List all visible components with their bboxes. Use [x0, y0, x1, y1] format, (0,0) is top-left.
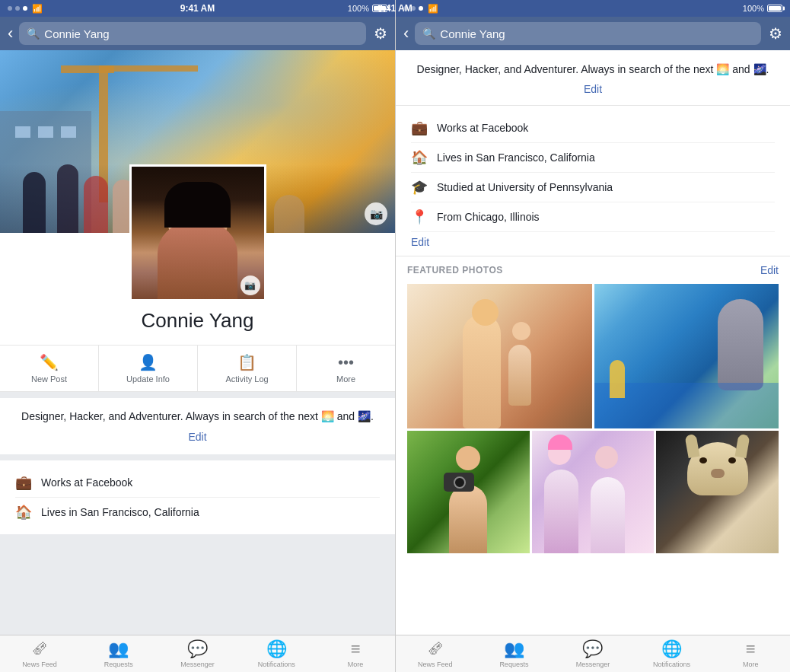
pink-hair: [548, 435, 572, 450]
photo-animal-bg: [656, 431, 779, 553]
more-actions-icon: •••: [338, 354, 354, 371]
new-post-icon: ✏️: [40, 353, 59, 371]
featured-edit-link[interactable]: Edit: [760, 264, 779, 276]
featured-photo-1[interactable]: [407, 284, 592, 428]
person-boat: [610, 360, 625, 398]
settings-icon-left[interactable]: ⚙: [374, 24, 387, 43]
requests-label-left: Requests: [104, 661, 133, 668]
signal-dot-1: [8, 6, 12, 11]
new-post-label: New Post: [31, 374, 67, 384]
featured-photo-2[interactable]: [594, 284, 779, 428]
from-text-right: From Chicago, Illinois: [437, 211, 540, 223]
crowd-right-2: [274, 195, 304, 233]
news-feed-label-left: News Feed: [22, 661, 57, 668]
tab-more-right[interactable]: ≡ More: [711, 635, 790, 672]
cover-camera-button[interactable]: 📷: [365, 202, 387, 225]
bio-edit-link-left[interactable]: Edit: [15, 431, 380, 443]
tab-bar-left: 🗞 News Feed 👥 Requests 💬 Messenger 🌐 Not…: [0, 635, 395, 672]
photo-ocean-bg: [594, 284, 779, 428]
work-text-right: Works at Facebook: [437, 122, 528, 134]
wifi-icon-right: 📶: [428, 4, 438, 14]
girl-1: [544, 470, 578, 553]
tab-notifications-left[interactable]: 🌐 Notifications: [237, 635, 316, 672]
bio-edit-link-right[interactable]: Edit: [411, 81, 775, 97]
tab-messenger-left[interactable]: 💬 Messenger: [158, 635, 237, 672]
info-work-left: 💼 Works at Facebook: [15, 468, 380, 498]
more-label-left: More: [348, 661, 364, 668]
news-feed-icon-left: 🗞: [31, 639, 48, 659]
battery-icon-right: [767, 5, 782, 12]
update-info-button[interactable]: 👤 Update Info: [99, 346, 198, 391]
status-left: 📶: [8, 4, 43, 14]
featured-photo-4[interactable]: [532, 431, 655, 553]
studied-text-right: Studied at University of Pennsylvania: [437, 181, 613, 193]
tab-requests-left[interactable]: 👥 Requests: [79, 635, 158, 672]
more-actions-button[interactable]: ••• More: [297, 346, 395, 391]
featured-photo-3[interactable]: [407, 431, 530, 553]
photo-camera-bg: [407, 431, 530, 553]
info-section-right: 💼 Works at Facebook 🏠 Lives in San Franc…: [396, 106, 790, 256]
notifications-label-left: Notifications: [258, 661, 295, 668]
more-actions-label: More: [336, 374, 355, 384]
activity-log-button[interactable]: 📋 Activity Log: [198, 346, 297, 391]
info-from-right: 📍 From Chicago, Illinois: [411, 202, 775, 232]
featured-title: FEATURED PHOTOS: [407, 265, 503, 275]
requests-icon-left: 👥: [108, 639, 129, 659]
eye-right: [728, 457, 736, 463]
search-icon-left: 🔍: [27, 27, 40, 40]
education-icon-right: 🎓: [411, 179, 428, 196]
back-button-left[interactable]: ‹: [8, 24, 13, 43]
back-button-right[interactable]: ‹: [403, 24, 409, 43]
status-time-left: 9:41 AM: [180, 3, 215, 14]
horn-right: [734, 434, 750, 458]
man-head: [472, 299, 499, 326]
right-scroll[interactable]: Designer, Hacker, and Adventurer. Always…: [396, 50, 790, 635]
person-man: [463, 314, 501, 428]
messenger-label-left: Messenger: [180, 661, 215, 668]
tab-notifications-right[interactable]: 🌐 Notifications: [632, 635, 712, 672]
camera-lens: [454, 476, 466, 489]
news-feed-label-right: News Feed: [418, 661, 453, 668]
location-icon-right: 📍: [411, 209, 428, 225]
tab-news-feed-left[interactable]: 🗞 News Feed: [0, 635, 79, 672]
window-3: [61, 126, 76, 138]
photo-family-bg: [407, 284, 592, 428]
info-edit-link-right[interactable]: Edit: [411, 236, 775, 248]
new-post-button[interactable]: ✏️ New Post: [0, 346, 99, 391]
search-bar-left[interactable]: 🔍 Connie Yang: [19, 22, 366, 45]
more-label-right: More: [743, 661, 759, 668]
tab-requests-right[interactable]: 👥 Requests: [475, 635, 554, 672]
search-icon-right: 🔍: [422, 27, 435, 40]
bio-section-left: Designer, Hacker, and Adventurer. Always…: [0, 398, 395, 454]
window-2: [38, 126, 53, 138]
status-time-right: 9:41 AM: [395, 3, 413, 14]
photo-girls-bg: [532, 431, 655, 553]
search-bar-right[interactable]: 🔍 Connie Yang: [415, 22, 761, 45]
left-phone: 📶 9:41 AM 100% ‹ 🔍 Connie Yang ⚙: [0, 0, 395, 672]
body-shape: [158, 223, 237, 299]
notifications-label-right: Notifications: [653, 661, 690, 668]
tab-news-feed-right[interactable]: 🗞 News Feed: [396, 635, 475, 672]
status-bar-right: 📶 9:41 AM 100%: [396, 0, 790, 17]
featured-photo-5[interactable]: [656, 431, 779, 553]
info-section-left: 💼 Works at Facebook 🏠 Lives in San Franc…: [0, 460, 395, 534]
right-phone: 📶 9:41 AM 100% ‹ 🔍 Connie Yang ⚙ Designe…: [395, 0, 790, 672]
profile-scroll-left[interactable]: 📷 📷 Connie Yang ✏️: [0, 50, 395, 635]
battery-percentage-right: 100%: [743, 4, 764, 13]
window-1: [15, 126, 30, 138]
tab-more-left[interactable]: ≡ More: [316, 635, 395, 672]
profile-camera-button[interactable]: 📷: [241, 275, 260, 295]
scroll-padding: [0, 534, 395, 565]
tab-bar-right: 🗞 News Feed 👥 Requests 💬 Messenger 🌐 Not…: [396, 635, 790, 672]
work-icon-right: 💼: [411, 119, 428, 136]
tab-messenger-right[interactable]: 💬 Messenger: [553, 635, 632, 672]
nav-bar-right: ‹ 🔍 Connie Yang ⚙: [396, 17, 790, 50]
profile-name-left: Connie Yang: [0, 301, 395, 345]
rock-formation: [718, 299, 763, 390]
messenger-label-right: Messenger: [576, 661, 610, 668]
info-studied-right: 🎓 Studied at University of Pennsylvania: [411, 173, 775, 202]
settings-icon-right[interactable]: ⚙: [769, 24, 782, 43]
featured-photos-top: [407, 284, 779, 428]
featured-header: FEATURED PHOTOS Edit: [407, 264, 779, 276]
bio-text-right: Designer, Hacker, and Adventurer. Always…: [417, 63, 769, 75]
